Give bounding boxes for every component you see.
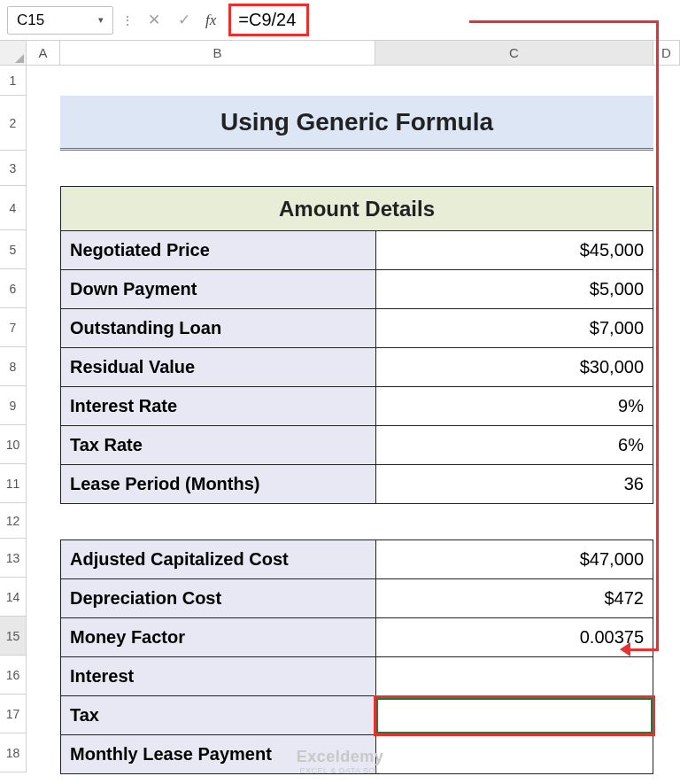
row-header-5[interactable]: 5 — [0, 230, 27, 269]
worksheet-grid: 1 2 3 4 5 6 7 8 9 10 11 12 13 14 15 16 1… — [0, 66, 680, 774]
label-residual-value: Residual Value — [61, 348, 376, 387]
row-header-10[interactable]: 10 — [0, 425, 27, 464]
callout-line — [469, 20, 659, 23]
value-monthly-lease-payment[interactable] — [375, 735, 653, 774]
column-header-B[interactable]: B — [60, 41, 375, 65]
callout-line — [629, 648, 659, 651]
value-residual-value[interactable]: $30,000 — [375, 348, 653, 387]
callout-line — [656, 20, 659, 649]
table-row: Tax — [61, 696, 653, 735]
fx-icon[interactable]: fx — [202, 12, 220, 29]
value-interest-rate[interactable]: 9% — [375, 387, 653, 426]
label-lease-period: Lease Period (Months) — [61, 465, 376, 504]
value-down-payment[interactable]: $5,000 — [375, 270, 653, 309]
column-headers: A B C D — [0, 41, 680, 66]
table-row: Interest — [61, 657, 653, 696]
table-row: Tax Rate6% — [61, 426, 653, 465]
row-header-1[interactable]: 1 — [0, 66, 27, 96]
value-interest[interactable] — [375, 657, 653, 696]
row-header-12[interactable]: 12 — [0, 503, 27, 539]
section-header-amount-details: Amount Details — [61, 187, 653, 231]
arrow-left-icon — [620, 642, 630, 656]
value-outstanding-loan[interactable]: $7,000 — [375, 309, 653, 348]
label-tax-rate: Tax Rate — [61, 426, 376, 465]
value-money-factor[interactable]: 0.00375 — [375, 618, 653, 657]
row-header-9[interactable]: 9 — [0, 386, 27, 425]
table-row: Lease Period (Months)36 — [61, 465, 653, 504]
row-header-15[interactable]: 15 — [0, 617, 27, 656]
row-header-13[interactable]: 13 — [0, 539, 27, 578]
row-header-7[interactable]: 7 — [0, 308, 27, 347]
table-row: Adjusted Capitalized Cost$47,000 — [61, 540, 653, 579]
column-header-C[interactable]: C — [375, 41, 653, 65]
row-header-17[interactable]: 17 — [0, 695, 27, 734]
formula-text: =C9/24 — [228, 4, 309, 36]
value-tax[interactable] — [375, 696, 653, 735]
row-header-18[interactable]: 18 — [0, 734, 27, 772]
row-headers: 1 2 3 4 5 6 7 8 9 10 11 12 13 14 15 16 1… — [0, 66, 27, 774]
separator-dots-icon: ⋮ — [121, 13, 134, 27]
watermark-main: Exceldemy — [297, 748, 384, 766]
watermark: Exceldemy EXCEL & DATA SOL — [297, 748, 384, 775]
row-header-4[interactable]: 4 — [0, 186, 27, 230]
active-cell-ref: C15 — [17, 12, 44, 29]
row-header-6[interactable]: 6 — [0, 269, 27, 308]
row-header-8[interactable]: 8 — [0, 347, 27, 386]
table-row: Money Factor0.00375 — [61, 618, 653, 657]
row-header-16[interactable]: 16 — [0, 656, 27, 695]
label-negotiated-price: Negotiated Price — [61, 231, 376, 270]
sheet-cells[interactable]: Using Generic Formula Amount Details Neg… — [27, 66, 680, 774]
row-header-14[interactable]: 14 — [0, 578, 27, 617]
chevron-down-icon[interactable]: ▾ — [98, 14, 104, 26]
value-adjusted-cap-cost[interactable]: $47,000 — [375, 540, 653, 579]
table-row: Interest Rate9% — [61, 387, 653, 426]
label-money-factor: Money Factor — [61, 618, 376, 657]
label-outstanding-loan: Outstanding Loan — [61, 309, 376, 348]
label-down-payment: Down Payment — [61, 270, 376, 309]
watermark-sub: EXCEL & DATA SOL — [300, 766, 381, 775]
label-interest: Interest — [61, 657, 376, 696]
cancel-formula-button[interactable]: ✕ — [142, 8, 166, 33]
value-depreciation-cost[interactable]: $472 — [375, 579, 653, 618]
amount-details-table: Amount Details Negotiated Price$45,000 D… — [60, 186, 653, 504]
page-title: Using Generic Formula — [60, 96, 653, 151]
label-adjusted-cap-cost: Adjusted Capitalized Cost — [61, 540, 376, 579]
row-header-3[interactable]: 3 — [0, 151, 27, 186]
table-row: Residual Value$30,000 — [61, 348, 653, 387]
label-depreciation-cost: Depreciation Cost — [61, 579, 376, 618]
name-box[interactable]: C15 ▾ — [7, 6, 113, 35]
table-row: Outstanding Loan$7,000 — [61, 309, 653, 348]
select-all-button[interactable] — [0, 41, 27, 65]
value-tax-rate[interactable]: 6% — [375, 426, 653, 465]
row-header-11[interactable]: 11 — [0, 464, 27, 503]
row-header-2[interactable]: 2 — [0, 96, 27, 151]
table-row: Down Payment$5,000 — [61, 270, 653, 309]
label-interest-rate: Interest Rate — [61, 387, 376, 426]
value-negotiated-price[interactable]: $45,000 — [375, 231, 653, 270]
column-header-A[interactable]: A — [27, 41, 60, 65]
label-tax: Tax — [61, 696, 376, 735]
value-lease-period[interactable]: 36 — [375, 465, 653, 504]
confirm-formula-button[interactable]: ✓ — [172, 8, 197, 33]
table-row: Depreciation Cost$472 — [61, 579, 653, 618]
table-row: Negotiated Price$45,000 — [61, 231, 653, 270]
results-table: Adjusted Capitalized Cost$47,000 Depreci… — [60, 539, 653, 774]
